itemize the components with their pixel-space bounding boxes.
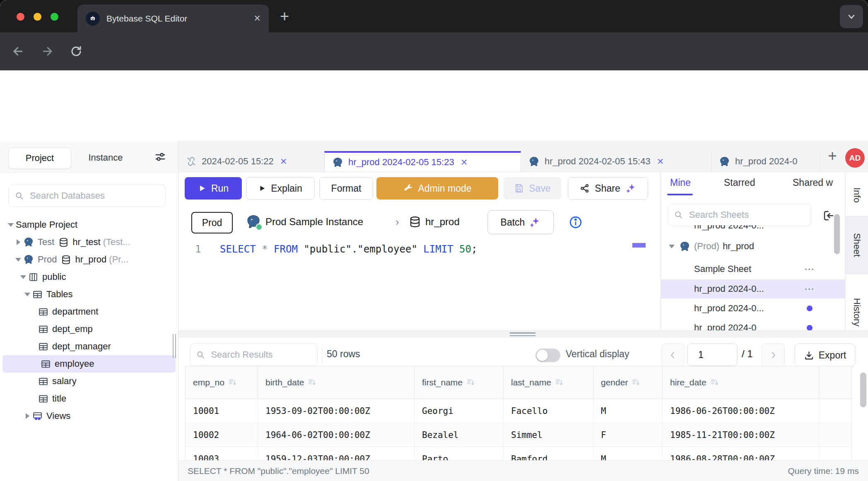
- table-row[interactable]: 100021964-06-02T00:00:00ZBezalelSimmelF1…: [186, 423, 851, 447]
- tree-item-Tables[interactable]: Tables: [0, 286, 178, 303]
- sheet-panel-tab-starred[interactable]: Starred: [724, 177, 755, 188]
- sql-editor[interactable]: 1 SELECT * FROM "public"."employee" LIMI…: [178, 239, 661, 330]
- format-button[interactable]: Format: [319, 177, 373, 200]
- cell[interactable]: 1985-11-21T00:00:00Z: [663, 423, 819, 447]
- user-avatar[interactable]: AD: [845, 148, 865, 168]
- sheet-tab-2[interactable]: hr_prod 2024-02-05 15:23×: [324, 151, 521, 172]
- cell[interactable]: Facello: [504, 399, 593, 423]
- tab-search-chevron-button[interactable]: [840, 5, 863, 28]
- forward-icon[interactable]: [38, 42, 56, 60]
- tree-item-department[interactable]: department: [0, 303, 178, 320]
- new-sheet-button[interactable]: +: [823, 147, 842, 166]
- cell[interactable]: 10001: [186, 399, 258, 423]
- tree-item-dept_manager[interactable]: dept_manager: [0, 338, 178, 355]
- admin-mode-button[interactable]: Admin mode: [376, 177, 498, 200]
- sheet-item[interactable]: hr_prod 2024-0...⋯: [661, 279, 845, 298]
- right-tab-sheet[interactable]: Sheet: [845, 216, 868, 274]
- database-crumb[interactable]: hr_prod: [409, 212, 460, 232]
- sort-icon[interactable]: [555, 378, 564, 387]
- caret-right-icon[interactable]: [22, 413, 32, 419]
- more-menu-icon[interactable]: ⋯: [804, 263, 815, 275]
- column-header-gender[interactable]: gender: [593, 366, 663, 399]
- window-close-button[interactable]: [17, 13, 24, 21]
- cell[interactable]: 10002: [186, 423, 258, 447]
- sheet-list-scrollbar[interactable]: [834, 214, 840, 254]
- window-minimize-button[interactable]: [34, 13, 41, 21]
- caret-down-icon[interactable]: [6, 223, 16, 227]
- run-button[interactable]: Run: [185, 177, 242, 200]
- sort-icon[interactable]: [710, 378, 720, 387]
- tree-item-Sample Project[interactable]: Sample Project: [0, 216, 178, 233]
- tab-instance[interactable]: Instance: [79, 147, 133, 168]
- share-button[interactable]: Share: [568, 177, 648, 200]
- browser-tab[interactable]: Bytebase SQL Editor ×: [77, 5, 269, 32]
- column-header-emp_no[interactable]: emp_no: [186, 366, 258, 399]
- sort-icon[interactable]: [307, 378, 317, 387]
- save-button[interactable]: Save: [504, 177, 561, 200]
- editor-results-divider[interactable]: [178, 330, 868, 338]
- tree-item-public[interactable]: public: [0, 268, 178, 286]
- sheet-group-row[interactable]: (Prod)hr_prod: [661, 237, 845, 256]
- environment-chip[interactable]: Prod: [191, 212, 233, 233]
- cell[interactable]: 1986-06-26T00:00:00Z: [663, 399, 819, 423]
- sheet-item[interactable]: hr_prod 2024-0: [661, 318, 845, 330]
- cell[interactable]: Simmel: [504, 423, 593, 447]
- sheet-tab-3[interactable]: hr_prod 2024-02-05 15:43×: [521, 151, 711, 172]
- batch-button[interactable]: Batch: [487, 210, 554, 234]
- cell[interactable]: Bezalel: [415, 423, 504, 447]
- close-icon[interactable]: ×: [657, 155, 664, 168]
- sheet-item[interactable]: hr_prod 2024-0...: [661, 299, 845, 318]
- explain-button[interactable]: Explain: [246, 177, 315, 200]
- vertical-display-toggle[interactable]: [535, 349, 560, 362]
- close-icon[interactable]: ×: [461, 156, 468, 169]
- tree-item-title[interactable]: title: [0, 390, 178, 407]
- sheet-search-box[interactable]: [668, 204, 811, 226]
- sheet-panel-tab-shared-w[interactable]: Shared w: [793, 177, 833, 188]
- divider-drag-handle[interactable]: [510, 332, 535, 338]
- tab-project[interactable]: Project: [8, 147, 71, 169]
- sheet-item[interactable]: Sample Sheet⋯: [661, 260, 845, 279]
- column-header-hire_date[interactable]: hire_date: [663, 366, 819, 399]
- sheet-tab-1[interactable]: 2024-02-05 15:22×: [178, 151, 324, 172]
- filter-sliders-icon[interactable]: [154, 151, 166, 165]
- window-controls[interactable]: [17, 13, 58, 21]
- right-tab-info[interactable]: Info: [845, 178, 868, 212]
- tree-item-hr_prod[interactable]: Prodhr_prod(Pr...: [0, 251, 178, 268]
- back-icon[interactable]: [9, 42, 27, 60]
- caret-down-icon[interactable]: [667, 245, 677, 248]
- table-row[interactable]: 100011953-09-02T00:00:00ZGeorgiFacelloM1…: [186, 399, 851, 423]
- browser-tab-close-icon[interactable]: ×: [254, 13, 260, 24]
- cell[interactable]: F: [593, 423, 663, 447]
- sidebar-resize-handle[interactable]: [173, 334, 176, 358]
- column-header-last_name[interactable]: last_name: [504, 366, 593, 399]
- column-header-birth_date[interactable]: birth_date: [258, 366, 415, 399]
- sort-icon[interactable]: [466, 378, 476, 387]
- database-search-input[interactable]: [29, 190, 159, 202]
- window-zoom-button[interactable]: [51, 13, 58, 21]
- caret-right-icon[interactable]: [13, 239, 23, 245]
- database-search-box[interactable]: [8, 185, 166, 207]
- tree-item-Views[interactable]: Views: [0, 407, 178, 425]
- sort-icon[interactable]: [228, 378, 238, 387]
- close-icon[interactable]: ×: [280, 155, 287, 168]
- more-menu-icon[interactable]: ⋯: [804, 283, 815, 295]
- tree-item-dept_emp[interactable]: dept_emp: [0, 320, 178, 338]
- caret-down-icon[interactable]: [18, 275, 28, 279]
- results-search-input[interactable]: [210, 349, 312, 361]
- caret-down-icon[interactable]: [13, 258, 23, 262]
- prev-page-button[interactable]: [661, 344, 685, 367]
- cell[interactable]: M: [593, 399, 663, 423]
- next-page-button[interactable]: [762, 344, 785, 367]
- page-number-input[interactable]: [687, 344, 738, 366]
- import-sheet-icon[interactable]: [822, 209, 835, 224]
- instance-crumb[interactable]: Prod Sample Instance: [246, 212, 363, 232]
- sort-icon[interactable]: [631, 378, 641, 387]
- cell[interactable]: Georgi: [415, 399, 504, 423]
- reload-icon[interactable]: [67, 42, 85, 60]
- tree-item-hr_test[interactable]: Testhr_test(Test...: [0, 233, 178, 251]
- new-browser-tab-button[interactable]: +: [280, 7, 289, 25]
- sheet-panel-tab-mine[interactable]: Mine: [670, 177, 691, 188]
- results-search-box[interactable]: [190, 344, 318, 366]
- cell[interactable]: 1953-09-02T00:00:00Z: [258, 399, 415, 423]
- export-button[interactable]: Export: [795, 344, 855, 367]
